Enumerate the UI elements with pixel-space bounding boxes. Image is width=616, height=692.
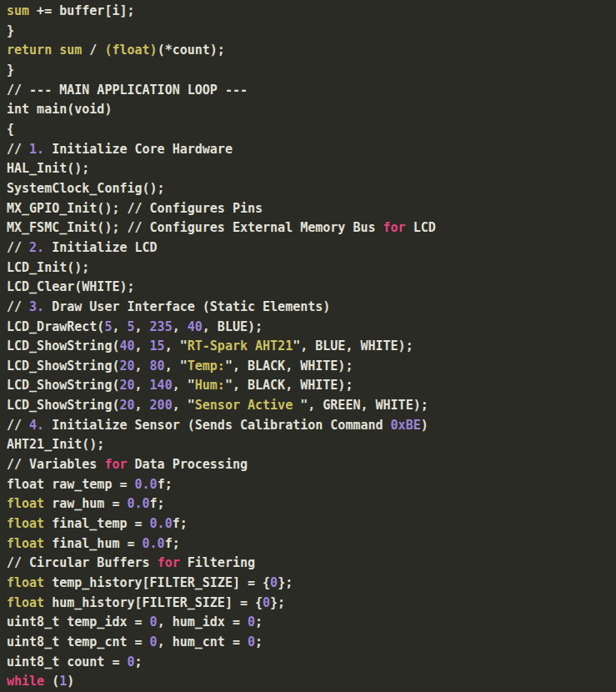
code-token: f; <box>158 477 173 492</box>
code-token: LCD_Init(); <box>7 260 89 275</box>
code-line: float final_temp = 0.0f; <box>7 514 613 534</box>
code-token: while <box>7 674 44 689</box>
code-token: { <box>7 122 14 137</box>
code-token: 200 <box>150 398 173 413</box>
code-token: float <box>7 575 44 590</box>
code-token: float <box>7 516 44 531</box>
code-line: } <box>7 61 613 81</box>
code-token: 5 <box>128 319 135 334</box>
code-token: hum_history[FILTER_SIZE] = { <box>44 595 263 610</box>
code-line: // 2. Initialize LCD <box>7 238 613 258</box>
code-token: , <box>135 338 150 354</box>
code-token: RT-Spark AHT21 <box>188 338 293 354</box>
code-line: SystemClock_Config(); <box>7 179 613 199</box>
code-token: , " <box>165 359 188 374</box>
code-line: float raw_hum = 0.0f; <box>7 494 613 514</box>
code-line: LCD_ShowString(40, 15, "RT-Spark AHT21",… <box>7 337 613 357</box>
code-line: float raw_temp = 0.0f; <box>7 475 613 495</box>
code-token: 0.0 <box>150 516 173 531</box>
code-line: float temp_history[FILTER_SIZE] = {0}; <box>7 574 613 594</box>
code-token: AHT21_Init(); <box>7 437 104 452</box>
code-token: 20 <box>119 398 134 413</box>
code-line: // 3. Draw User Interface (Static Elemen… <box>7 298 613 318</box>
code-token: , hum_idx = <box>158 614 248 629</box>
code-token: 140 <box>150 378 173 393</box>
code-token: 15 <box>150 338 165 354</box>
code-token: // --- MAIN APPLICATION LOOP --- <box>7 83 248 98</box>
code-token: MX_FSMC_Init(); // Configures External M… <box>7 220 383 235</box>
code-line: sum += buffer[i]; <box>7 2 613 22</box>
code-token: 0.0 <box>128 496 150 511</box>
code-token: , " <box>173 398 195 413</box>
code-line: float hum_history[FILTER_SIZE] = {0}; <box>7 594 613 614</box>
code-token: for <box>383 220 406 235</box>
code-token: 2. <box>29 240 44 255</box>
code-token: ; <box>255 634 263 649</box>
code-token <box>52 43 59 58</box>
code-token: 235 <box>150 319 173 334</box>
code-token: 1. <box>29 142 44 157</box>
code-token: ) <box>67 674 74 689</box>
code-token: += buffer[i]; <box>29 3 134 18</box>
code-line: LCD_ShowString(20, 80, "Temp:", BLACK, W… <box>7 357 613 377</box>
code-token: // <box>7 240 29 255</box>
code-token: float <box>7 595 44 610</box>
code-token: LCD_ShowString( <box>7 398 119 413</box>
code-line: HAL_Init(); <box>7 159 613 179</box>
code-token: Draw User Interface (Static Elements) <box>44 299 330 314</box>
code-token: 0 <box>128 654 135 669</box>
code-token: sum <box>7 3 29 18</box>
code-token: Temp: <box>188 359 225 374</box>
code-token: }; <box>270 595 285 610</box>
code-token: 0xBE <box>391 418 421 433</box>
code-line: LCD_DrawRect(5, 5, 235, 40, BLUE); <box>7 318 613 338</box>
code-line: // Variables for Data Processing <box>7 455 613 475</box>
code-token: final_temp = <box>44 516 149 531</box>
code-token: // <box>7 142 29 157</box>
code-line: MX_FSMC_Init(); // Configures External M… <box>7 218 613 238</box>
code-token: sum <box>59 43 82 58</box>
code-token: ", BLACK, WHITE); <box>225 359 353 374</box>
code-line: // Circular Buffers for Filtering <box>7 554 613 574</box>
code-token: Filtering <box>180 555 255 570</box>
code-token: // <box>7 418 29 433</box>
code-token: uint8_t temp_idx = <box>7 614 150 629</box>
code-token: 0 <box>248 614 255 629</box>
code-token: 0.0 <box>135 477 158 492</box>
code-token: uint8_t count = <box>7 654 128 669</box>
code-token: raw_hum = <box>44 496 127 511</box>
code-token: 3. <box>29 299 44 314</box>
code-token: f; <box>173 516 188 531</box>
code-token: LCD <box>406 220 436 235</box>
code-line: LCD_ShowString(20, 140, "Hum:", BLACK, W… <box>7 376 613 396</box>
code-token: 40 <box>188 319 203 334</box>
code-token: } <box>7 23 14 38</box>
code-token: Sensor Active <box>195 398 300 413</box>
code-line: while (1) <box>7 672 613 692</box>
code-token: float raw_temp = <box>7 477 135 492</box>
code-token: , <box>135 378 150 393</box>
code-line: LCD_Clear(WHITE); <box>7 278 613 298</box>
code-line: } <box>7 22 613 42</box>
code-token: MX_GPIO_Init(); // Configures Pins <box>7 201 263 216</box>
code-line: // --- MAIN APPLICATION LOOP --- <box>7 81 613 101</box>
code-editor: sum += buffer[i];}return sum / (float)(*… <box>0 0 616 692</box>
code-token: SystemClock_Config(); <box>7 181 165 196</box>
code-token: LCD_DrawRect( <box>7 319 104 334</box>
code-token: 0 <box>263 595 270 610</box>
code-token: }; <box>278 575 293 590</box>
code-token: , " <box>165 338 188 354</box>
code-token: , <box>135 359 150 374</box>
code-token: int main(void) <box>7 102 112 117</box>
code-token: ; <box>135 654 143 669</box>
code-line: uint8_t count = 0; <box>7 653 613 673</box>
code-token: Initialize Core Hardware <box>44 142 233 157</box>
code-line: MX_GPIO_Init(); // Configures Pins <box>7 199 613 219</box>
code-token: float <box>7 536 44 551</box>
code-token: (float) <box>104 43 157 58</box>
code-token: 40 <box>119 338 134 354</box>
code-token: , <box>135 398 150 413</box>
code-line: LCD_Init(); <box>7 258 613 278</box>
code-token: uint8_t temp_cnt = <box>7 634 150 649</box>
code-line: LCD_ShowString(20, 200, "Sensor Active "… <box>7 396 613 416</box>
